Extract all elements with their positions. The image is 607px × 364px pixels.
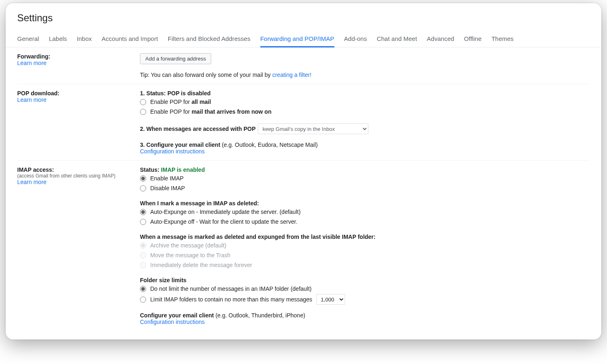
imap-learn-more-link[interactable]: Learn more [17, 179, 47, 185]
imap-folder-heading: Folder size limits [140, 277, 590, 283]
pop-configure-note: (e.g. Outlook, Eudora, Netscape Mail) [222, 142, 318, 148]
imap-folder-limit-row[interactable]: Limit IMAP folders to contain no more th… [140, 294, 590, 305]
imap-deleted-heading: When I mark a message in IMAP as deleted… [140, 200, 590, 207]
imap-autoexpunge-off-radio[interactable] [140, 219, 146, 225]
imap-folder-nolimit-radio[interactable] [140, 286, 146, 292]
imap-exp-trash-label: Move the message to the Trash [150, 251, 230, 260]
pop-configure-label: 3. Configure your email client [140, 142, 222, 148]
imap-status-value: IMAP is enabled [161, 166, 205, 173]
page-title: Settings [17, 12, 590, 24]
imap-status-label: Status: [140, 166, 161, 173]
pop-enable-from-now-row[interactable]: Enable POP for mail that arrives from no… [140, 107, 590, 116]
pop-configuration-instructions-link[interactable]: Configuration instructions [140, 148, 205, 155]
tab-accounts-import[interactable]: Accounts and Import [102, 32, 158, 47]
imap-folder-limit-label: Limit IMAP folders to contain no more th… [150, 295, 312, 304]
forwarding-learn-more-link[interactable]: Learn more [17, 60, 47, 66]
imap-configure-label: Configure your email client [140, 312, 215, 319]
pop-status-label: 1. Status: [140, 90, 167, 97]
imap-exp-delete-label: Immediately delete the message forever [150, 261, 252, 270]
tab-chat-meet[interactable]: Chat and Meet [377, 32, 417, 47]
pop-enable-from-now-radio[interactable] [140, 109, 146, 115]
pop-heading: POP download: [17, 90, 140, 97]
pop-status-value: POP is disabled [167, 90, 211, 97]
tab-inbox[interactable]: Inbox [77, 32, 92, 47]
pop-enable-all-mail-row[interactable]: Enable POP for all mail [140, 97, 590, 106]
imap-expunged-heading: When a message is marked as deleted and … [140, 234, 590, 240]
imap-exp-archive-label: Archive the message (default) [150, 241, 226, 250]
imap-autoexpunge-off-row[interactable]: Auto-Expunge off - Wait for the client t… [140, 217, 590, 226]
pop-when-accessed-label: 2. When messages are accessed with POP [140, 126, 255, 132]
imap-exp-delete-radio [140, 262, 146, 268]
section-pop: POP download: Learn more 1. Status: POP … [17, 84, 590, 161]
pop-enable-all-mail-radio[interactable] [140, 99, 146, 105]
pop-opt2-prefix: Enable POP for [150, 108, 192, 115]
pop-learn-more-link[interactable]: Learn more [17, 97, 47, 103]
imap-autoexpunge-off-label: Auto-Expunge off - Wait for the client t… [150, 217, 298, 226]
imap-autoexpunge-on-row[interactable]: Auto-Expunge on - Immediately update the… [140, 207, 590, 216]
imap-exp-delete-row: Immediately delete the message forever [140, 261, 590, 270]
section-imap: IMAP access: (access Gmail from other cl… [17, 161, 590, 331]
settings-tabs: General Labels Inbox Accounts and Import… [6, 32, 601, 47]
imap-subnote: (access Gmail from other clients using I… [17, 173, 140, 179]
imap-folder-limit-radio[interactable] [140, 297, 146, 303]
section-forwarding: Forwarding: Learn more Add a forwarding … [17, 47, 590, 84]
imap-exp-archive-row: Archive the message (default) [140, 241, 590, 250]
imap-exp-trash-row: Move the message to the Trash [140, 251, 590, 260]
tab-advanced[interactable]: Advanced [427, 32, 454, 47]
pop-when-accessed-select[interactable]: keep Gmail's copy in the Inbox [258, 124, 368, 134]
tab-forwarding-pop-imap[interactable]: Forwarding and POP/IMAP [260, 32, 334, 47]
imap-folder-nolimit-row[interactable]: Do not limit the number of messages in a… [140, 284, 590, 293]
tab-filters-blocked[interactable]: Filters and Blocked Addresses [168, 32, 250, 47]
forwarding-heading: Forwarding: [17, 53, 140, 60]
pop-opt1-prefix: Enable POP for [150, 99, 192, 105]
imap-autoexpunge-on-label: Auto-Expunge on - Immediately update the… [150, 207, 300, 216]
tab-themes[interactable]: Themes [492, 32, 514, 47]
imap-exp-trash-radio [140, 252, 146, 258]
imap-folder-nolimit-label: Do not limit the number of messages in a… [150, 284, 311, 293]
imap-configure-note: (e.g. Outlook, Thunderbird, iPhone) [215, 312, 305, 319]
imap-enable-row[interactable]: Enable IMAP [140, 174, 590, 183]
forwarding-tip-text: Tip: You can also forward only some of y… [140, 72, 272, 78]
imap-folder-limit-select[interactable]: 1,000 [316, 294, 345, 305]
imap-disable-radio[interactable] [140, 185, 146, 191]
imap-disable-row[interactable]: Disable IMAP [140, 184, 590, 193]
imap-exp-archive-radio [140, 243, 146, 249]
tab-general[interactable]: General [17, 32, 39, 47]
imap-enable-radio[interactable] [140, 175, 146, 182]
tab-offline[interactable]: Offline [464, 32, 482, 47]
add-forwarding-address-button[interactable]: Add a forwarding address [140, 53, 211, 64]
tab-addons[interactable]: Add-ons [344, 32, 367, 47]
imap-configuration-instructions-link[interactable]: Configuration instructions [140, 319, 205, 325]
pop-opt1-bold: all mail [192, 99, 211, 105]
imap-enable-label: Enable IMAP [150, 174, 184, 183]
tab-labels[interactable]: Labels [49, 32, 67, 47]
imap-disable-label: Disable IMAP [150, 184, 185, 193]
imap-autoexpunge-on-radio[interactable] [140, 209, 146, 215]
forwarding-create-filter-link[interactable]: creating a filter! [272, 72, 311, 78]
imap-heading: IMAP access: [17, 166, 140, 173]
pop-opt2-bold: mail that arrives from now on [192, 108, 271, 115]
